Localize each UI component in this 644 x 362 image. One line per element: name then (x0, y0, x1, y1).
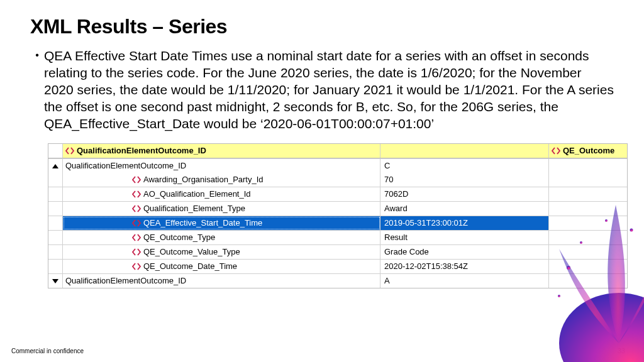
row-key-cell: QE_Outcome_Date_Time (63, 260, 380, 273)
angle-brackets-icon (132, 248, 141, 256)
footer-key: QualificationElementOutcome_ID (63, 274, 380, 288)
row-key-label: QE_Outcome_Value_Type (143, 245, 240, 259)
row-gutter (48, 245, 63, 259)
row-value-cell: Result (380, 231, 549, 244)
row-key-cell: QE_Outcome_Value_Type (63, 245, 380, 259)
expand-toggle[interactable] (48, 274, 63, 288)
row-key-label: AO_Qualification_Element_Id (143, 187, 251, 201)
row-col-2 (549, 245, 627, 259)
parent-value: C (380, 159, 549, 173)
xml-row[interactable]: QEA_Effective_Start_Date_Time2019-05-31T… (48, 216, 627, 230)
header-col-2[interactable]: QE_Outcome (549, 144, 627, 158)
row-value-cell: 2019-05-31T23:00:01Z (380, 216, 549, 230)
angle-brackets-icon (132, 262, 141, 271)
row-gutter (48, 187, 63, 201)
row-value-cell: 7062D (380, 187, 549, 201)
collapse-toggle[interactable] (48, 159, 63, 173)
angle-brackets-icon (132, 190, 141, 199)
angle-brackets-icon (132, 219, 141, 228)
bullet-dot-icon: • (30, 47, 44, 63)
svg-point-5 (558, 295, 560, 297)
row-value-cell: Award (380, 202, 549, 216)
svg-point-0 (559, 293, 644, 362)
footer-value: A (380, 274, 549, 288)
row-key-cell: QEA_Effective_Start_Date_Time (63, 216, 380, 230)
header-gutter (48, 144, 63, 158)
row-key-cell: Awarding_Organisation_Party_Id (63, 173, 380, 187)
angle-brackets-icon (65, 146, 74, 155)
row-key-label: Awarding_Organisation_Party_Id (143, 173, 264, 187)
chevron-up-icon (52, 164, 58, 168)
xml-tree-grid: QualificationElementOutcome_ID QE_Outcom… (48, 143, 628, 288)
xml-next-row[interactable]: QualificationElementOutcome_ID A (48, 273, 627, 288)
chevron-down-icon (52, 279, 58, 283)
row-gutter (48, 173, 63, 187)
parent-key: QualificationElementOutcome_ID (63, 159, 380, 173)
xml-row[interactable]: AO_Qualification_Element_Id7062D (48, 187, 627, 201)
row-gutter (48, 216, 63, 230)
xml-header-row: QualificationElementOutcome_ID QE_Outcom… (48, 144, 627, 158)
row-col-2 (549, 216, 627, 230)
angle-brackets-icon (132, 175, 141, 184)
header-col-spacer (380, 144, 549, 158)
row-gutter (48, 231, 63, 244)
row-gutter (48, 260, 63, 273)
parent-label: QualificationElementOutcome_ID (65, 159, 186, 173)
row-col-2 (549, 260, 627, 273)
parent-col-2 (549, 159, 627, 173)
row-key-cell: QE_Outcome_Type (63, 231, 380, 244)
row-key-cell: AO_Qualification_Element_Id (63, 187, 380, 201)
bullet-item: • QEA Effective Start Date Times use a n… (30, 47, 614, 143)
row-key-label: QE_Outcome_Date_Time (143, 260, 237, 273)
xml-row[interactable]: QE_Outcome_TypeResult (48, 230, 627, 244)
row-col-2 (549, 173, 627, 187)
xml-row[interactable]: Awarding_Organisation_Party_Id70 (48, 173, 627, 187)
xml-parent-row[interactable]: QualificationElementOutcome_ID C (48, 158, 627, 173)
bullet-text: QEA Effective Start Date Times use a nom… (44, 47, 614, 132)
row-key-label: QEA_Effective_Start_Date_Time (143, 216, 262, 230)
row-gutter (48, 202, 63, 216)
footer-confidentiality: Commercial in confidence (11, 348, 84, 354)
xml-row[interactable]: QE_Outcome_Value_TypeGrade Code (48, 244, 627, 259)
row-value-cell: 2020-12-02T15:38:54Z (380, 260, 549, 273)
row-value-cell: Grade Code (380, 245, 549, 259)
header-col-1-label: QualificationElementOutcome_ID (77, 144, 206, 158)
angle-brackets-icon (132, 204, 141, 213)
row-value-cell: 70 (380, 173, 549, 187)
row-key-label: Qualification_Element_Type (143, 202, 245, 216)
header-col-1[interactable]: QualificationElementOutcome_ID (63, 144, 380, 158)
row-key-cell: Qualification_Element_Type (63, 202, 380, 216)
xml-row[interactable]: QE_Outcome_Date_Time2020-12-02T15:38:54Z (48, 259, 627, 273)
svg-point-3 (630, 229, 633, 232)
angle-brackets-icon (132, 233, 141, 242)
slide: XML Results – Series • QEA Effective Sta… (0, 0, 644, 362)
row-col-2 (549, 202, 627, 216)
row-col-2 (549, 187, 627, 201)
xml-row[interactable]: Qualification_Element_TypeAward (48, 201, 627, 216)
row-key-label: QE_Outcome_Type (143, 231, 215, 244)
angle-brackets-icon (552, 146, 560, 155)
footer-col-2 (549, 274, 627, 288)
slide-title: XML Results – Series (30, 15, 614, 38)
footer-label: QualificationElementOutcome_ID (65, 274, 186, 288)
page-number: 33 (618, 347, 625, 354)
row-col-2 (549, 231, 627, 244)
header-col-2-label: QE_Outcome (563, 144, 614, 158)
